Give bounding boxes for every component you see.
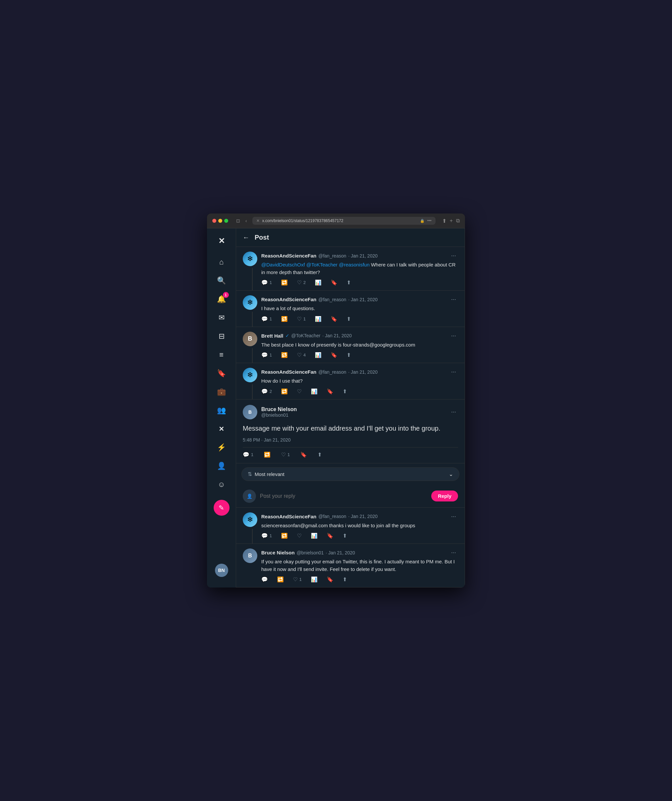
tweet-more-button[interactable]: ··· bbox=[449, 548, 458, 557]
featured-share-action[interactable]: ⬆ bbox=[318, 452, 322, 458]
reply-box: 👤 Reply bbox=[236, 485, 465, 508]
retweet-icon: 🔁 bbox=[281, 316, 288, 322]
share-action[interactable]: ⬆ bbox=[346, 316, 351, 322]
sidebar-item-lists[interactable]: ≡ bbox=[213, 346, 230, 364]
reply-action[interactable]: 💬 bbox=[261, 576, 268, 582]
user-avatar-container[interactable]: BN bbox=[215, 564, 228, 582]
browser-window: ⊡ ‹ ✕ x.com/bnielson01/status/1219783786… bbox=[207, 214, 465, 587]
views-action[interactable]: 📊 bbox=[315, 316, 321, 322]
share-action[interactable]: ⬆ bbox=[343, 576, 347, 582]
like-action[interactable]: ♡ bbox=[297, 388, 302, 394]
avatar[interactable]: ❄ bbox=[243, 512, 257, 527]
sidebar-item-bookmarks[interactable]: ⊟ bbox=[213, 328, 230, 345]
bookmark-action[interactable]: 🔖 bbox=[331, 316, 337, 322]
share-action[interactable]: ⬆ bbox=[343, 532, 347, 539]
like-action[interactable]: ♡ 2 bbox=[297, 279, 306, 286]
like-action[interactable]: ♡ bbox=[297, 532, 302, 539]
views-action[interactable]: 📊 bbox=[311, 388, 318, 394]
retweet-action[interactable]: 🔁 bbox=[281, 352, 288, 358]
upload-icon: ⬆ bbox=[318, 452, 322, 458]
back-navigation-button[interactable]: ← bbox=[243, 234, 249, 241]
reply-icon: 💬 bbox=[261, 316, 268, 322]
reply-icon: 💬 bbox=[261, 532, 268, 539]
featured-retweet-action[interactable]: 🔁 bbox=[264, 452, 271, 458]
bookmark-action-icon: 🔖 bbox=[331, 279, 337, 286]
close-button[interactable] bbox=[212, 219, 216, 223]
avatar[interactable]: ❄ bbox=[243, 368, 257, 382]
retweet-action[interactable]: 🔁 bbox=[281, 388, 288, 394]
address-bar[interactable]: ✕ x.com/bnielson01/status/12197837865457… bbox=[252, 217, 436, 225]
reply-input[interactable] bbox=[260, 493, 427, 499]
tweet-more-button[interactable]: ··· bbox=[449, 295, 458, 304]
bookmark-action[interactable]: 🔖 bbox=[331, 279, 337, 286]
back-button[interactable]: ‹ bbox=[244, 217, 249, 224]
share-action[interactable]: ⬆ bbox=[343, 388, 347, 394]
menu-icon[interactable]: ••• bbox=[427, 219, 431, 223]
bookmark-action-icon: 🔖 bbox=[331, 316, 337, 322]
featured-reply-action[interactable]: 💬 1 bbox=[243, 452, 253, 458]
retweet-action[interactable]: 🔁 bbox=[281, 532, 288, 539]
tweet-meta: ReasonAndScienceFan @fan_reason · Jan 21… bbox=[261, 512, 458, 521]
retweet-icon: 🔁 bbox=[281, 352, 288, 358]
reply-action[interactable]: 💬 2 bbox=[261, 388, 272, 394]
minimize-button[interactable] bbox=[218, 219, 222, 223]
tabs-button[interactable]: ⧉ bbox=[456, 218, 460, 224]
reply-action[interactable]: 💬 1 bbox=[261, 532, 272, 539]
avatar[interactable]: B bbox=[243, 332, 257, 346]
sidebar-toggle-button[interactable]: ⊡ bbox=[235, 217, 241, 224]
reply-action[interactable]: 💬 1 bbox=[261, 316, 272, 322]
views-action[interactable]: 📊 bbox=[315, 352, 321, 358]
retweet-action[interactable]: 🔁 bbox=[281, 279, 288, 286]
tweet-text: The best place I know of presently is fo… bbox=[261, 341, 458, 349]
maximize-button[interactable] bbox=[224, 219, 228, 223]
sidebar-item-more[interactable]: ☺ bbox=[213, 476, 230, 493]
views-action[interactable]: 📊 bbox=[311, 532, 318, 539]
sidebar-item-grok[interactable]: ⚡ bbox=[213, 439, 230, 456]
reply-submit-button[interactable]: Reply bbox=[431, 491, 458, 502]
avatar[interactable]: ❄ bbox=[243, 252, 257, 266]
sidebar-item-profile[interactable]: 👤 bbox=[213, 457, 230, 474]
tweet-more-button[interactable]: ··· bbox=[449, 252, 458, 260]
share-action[interactable]: ⬆ bbox=[346, 352, 351, 358]
share-button[interactable]: ⬆ bbox=[442, 218, 446, 224]
x-logo[interactable]: ✕ bbox=[216, 234, 228, 248]
new-tab-button[interactable]: + bbox=[450, 218, 453, 224]
sidebar-item-saved[interactable]: 🔖 bbox=[213, 365, 230, 382]
featured-like-action[interactable]: ♡ 1 bbox=[281, 452, 290, 458]
avatar[interactable]: ❄ bbox=[243, 295, 257, 310]
reply-action[interactable]: 💬 1 bbox=[261, 352, 272, 358]
tweet-more-button[interactable]: ··· bbox=[449, 368, 458, 376]
bookmark-action[interactable]: 🔖 bbox=[327, 576, 334, 582]
views-action[interactable]: 📊 bbox=[315, 279, 321, 286]
sidebar-item-communities[interactable]: 👥 bbox=[213, 402, 230, 419]
like-action[interactable]: ♡ 4 bbox=[297, 352, 306, 358]
sidebar-item-jobs[interactable]: 💼 bbox=[213, 383, 230, 400]
sidebar-item-home[interactable]: ⌂ bbox=[213, 254, 230, 271]
featured-more-button[interactable]: ··· bbox=[449, 408, 458, 416]
tweet-more-button[interactable]: ··· bbox=[449, 512, 458, 521]
featured-avatar[interactable]: B bbox=[243, 405, 257, 419]
compose-button[interactable]: ✎ bbox=[213, 497, 229, 518]
tweet-date: · Jan 21, 2020 bbox=[322, 333, 352, 338]
retweet-action[interactable]: 🔁 bbox=[277, 576, 284, 582]
views-action[interactable]: 📊 bbox=[311, 576, 318, 582]
reply-action[interactable]: 💬 1 bbox=[261, 279, 272, 286]
bookmark-action[interactable]: 🔖 bbox=[327, 532, 334, 539]
tweet-more-button[interactable]: ··· bbox=[449, 332, 458, 340]
reply-count: 1 bbox=[269, 352, 272, 357]
bookmark-action[interactable]: 🔖 bbox=[331, 352, 337, 358]
avatar[interactable]: B bbox=[243, 548, 257, 563]
sidebar-item-search[interactable]: 🔍 bbox=[213, 272, 230, 289]
sidebar-item-premium[interactable]: ✕ bbox=[213, 420, 230, 437]
sidebar-item-notifications[interactable]: 🔔 1 bbox=[213, 291, 230, 308]
share-action[interactable]: ⬆ bbox=[346, 279, 351, 286]
sidebar-item-messages[interactable]: ✉ bbox=[213, 309, 230, 327]
featured-bookmark-action[interactable]: 🔖 bbox=[300, 452, 307, 458]
retweet-action[interactable]: 🔁 bbox=[281, 316, 288, 322]
like-action[interactable]: ♡ 1 bbox=[293, 576, 302, 582]
bookmark-action[interactable]: 🔖 bbox=[327, 388, 334, 394]
sort-bar[interactable]: ⇅ Most relevant ⌄ bbox=[241, 467, 459, 481]
like-action[interactable]: ♡ 1 bbox=[297, 316, 306, 322]
tweet-text: How do I use that? bbox=[261, 377, 458, 385]
tweet-date: · Jan 21, 2020 bbox=[348, 253, 378, 259]
